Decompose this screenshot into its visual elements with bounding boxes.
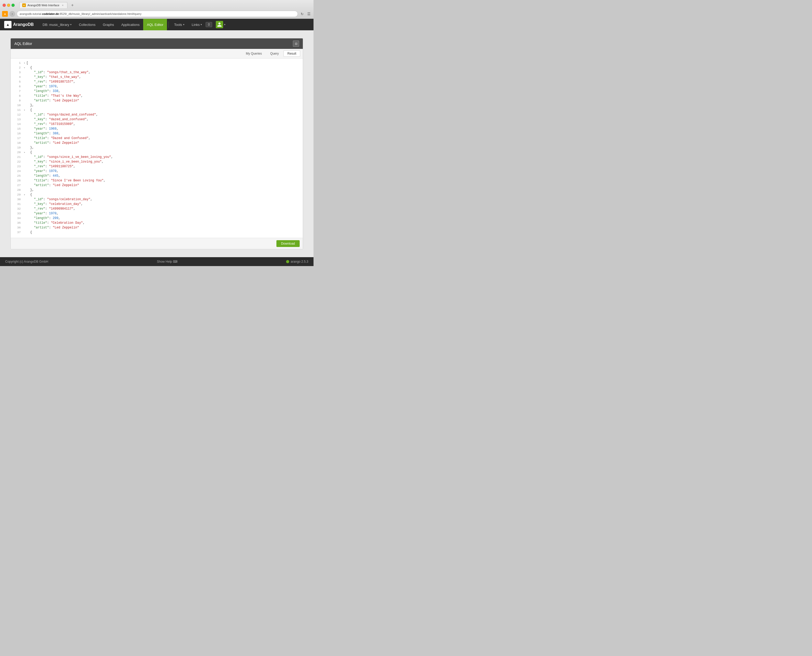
code-line: 16 "length": 388,	[11, 132, 303, 136]
fold-arrow[interactable]: ▾	[24, 109, 26, 111]
line-content: {	[26, 66, 303, 70]
tab-my-queries[interactable]: My Queries	[242, 51, 266, 56]
code-line: 3 "_id": "songs/that_s_the_way",	[11, 71, 303, 75]
nav-item-links[interactable]: Links ▾	[188, 19, 205, 30]
avatar-icon	[216, 21, 223, 28]
address-bar[interactable]: arangodb-tutorial.codelater.de:8529/_db/…	[17, 11, 298, 17]
code-line: 24 "year": 1970,	[11, 169, 303, 174]
nav-badge[interactable]: 0	[205, 22, 212, 27]
line-number: 16	[11, 132, 24, 135]
reload-button[interactable]: ↻	[299, 11, 305, 17]
nav-item-aql-editor[interactable]: AQL Editor	[143, 19, 167, 30]
avatar-arrow: ▾	[224, 23, 225, 26]
address-suffix: :8529/_db/music_library/_admin/aardvark/…	[59, 12, 141, 15]
nav-aql-label: AQL Editor	[147, 23, 163, 27]
line-number: 37	[11, 231, 24, 234]
code-line: 4 "_key": "that_s_the_way",	[11, 75, 303, 80]
nav-applications-label: Applications	[121, 23, 139, 27]
code-line: 37 {	[11, 231, 303, 235]
line-content: "_id": "songs/dazed_and_confused",	[26, 113, 303, 116]
fold-arrow[interactable]: ▾	[24, 67, 26, 69]
line-number: 23	[11, 165, 24, 168]
code-line: 32 "_rev": "14990904117",	[11, 207, 303, 212]
nav-item-tools[interactable]: Tools ▾	[170, 19, 188, 30]
line-content: "length": 209,	[26, 217, 303, 220]
tab-result[interactable]: Result	[284, 50, 300, 57]
browser-addressbar: a ‹ arangodb-tutorial.codelater.de:8529/…	[0, 10, 313, 19]
panel-toggle-button[interactable]: ⊡	[293, 40, 299, 47]
code-line: 14 "_rev": "16731015989",	[11, 122, 303, 127]
nav-items: DB: music_library ▾ Collections Graphs A…	[39, 19, 309, 30]
tab-close-button[interactable]: ×	[61, 3, 65, 7]
line-number: 33	[11, 212, 24, 215]
nav-item-db[interactable]: DB: music_library ▾	[39, 19, 75, 30]
tab-favicon: A	[22, 3, 26, 7]
line-number: 18	[11, 141, 24, 144]
fold-arrow[interactable]: ▾	[24, 62, 26, 65]
line-content: "_rev": "14990904117",	[26, 207, 303, 210]
line-number: 28	[11, 189, 24, 192]
address-domain: codelater.de	[42, 12, 59, 15]
aql-panel-title: AQL Editor	[14, 42, 32, 46]
amazon-button[interactable]: a	[2, 11, 8, 17]
code-line: 27 "artist": "Led Zeppelin"	[11, 184, 303, 188]
version-status-dot	[286, 260, 289, 263]
line-number: 29	[11, 193, 24, 196]
code-line: 15 "year": 1969,	[11, 127, 303, 132]
line-number: 9	[11, 99, 24, 102]
line-content: {	[26, 193, 303, 196]
line-number: 30	[11, 198, 24, 201]
footer: Copyright (c) ArangoDB GmbH Show Help ⌨ …	[0, 257, 313, 266]
line-content: "_rev": "16731015989",	[26, 122, 303, 126]
minimize-button[interactable]	[7, 4, 10, 7]
code-line: 26 "title": "Since I've Been Loving You"…	[11, 179, 303, 184]
line-number: 12	[11, 113, 24, 116]
back-button[interactable]: ‹	[9, 11, 15, 17]
new-tab-button[interactable]: +	[69, 2, 75, 8]
line-number: 4	[11, 76, 24, 79]
code-line: 17 "title": "Dazed and Confused",	[11, 136, 303, 141]
fold-arrow[interactable]: ▾	[24, 193, 26, 196]
menu-button[interactable]: ☰	[306, 11, 312, 17]
nav-db-label: DB: music_library	[43, 23, 69, 27]
code-line: 29 ▾ {	[11, 193, 303, 198]
download-button[interactable]: Download	[276, 240, 299, 247]
line-content: },	[26, 146, 303, 150]
code-line: 11 ▾ {	[11, 108, 303, 113]
code-line: 21 "_id": "songs/since_i_ve_been_loving_…	[11, 155, 303, 160]
nav-db-arrow: ▾	[70, 23, 72, 26]
maximize-button[interactable]	[11, 4, 15, 7]
code-line: 33 "year": 1970,	[11, 212, 303, 217]
bottom-bar: Download	[11, 238, 303, 249]
line-number: 6	[11, 85, 24, 88]
tab-query[interactable]: Query	[267, 51, 283, 56]
fold-arrow[interactable]: ▾	[24, 151, 26, 154]
code-line: 12 "_id": "songs/dazed_and_confused",	[11, 113, 303, 118]
nav-avatar[interactable]: ▾	[212, 19, 229, 30]
code-line: 34 "length": 209,	[11, 217, 303, 221]
line-content: "title": "Since I've Been Loving You",	[26, 179, 303, 183]
logo-text: ArangoDB	[13, 22, 34, 27]
code-line: 6 "year": 1970,	[11, 85, 303, 90]
line-number: 15	[11, 127, 24, 130]
line-number: 31	[11, 203, 24, 206]
line-content: "_id": "songs/that_s_the_way",	[26, 71, 303, 74]
nav-item-collections[interactable]: Collections	[75, 19, 99, 30]
nav-item-applications[interactable]: Applications	[117, 19, 143, 30]
footer-help[interactable]: Show Help ⌨	[157, 260, 177, 263]
browser-chrome: A ArangoDB Web Interface × + a ‹ arangod…	[0, 0, 313, 19]
line-content: "artist": "Led Zeppelin"	[26, 141, 303, 145]
main-content: AQL Editor ⊡ My Queries Query Result 1 ▾…	[0, 30, 313, 257]
nav-links-arrow: ▾	[201, 23, 202, 26]
line-content: "_rev": "14991887157",	[26, 80, 303, 84]
nav-item-graphs[interactable]: Graphs	[99, 19, 118, 30]
browser-tab[interactable]: A ArangoDB Web Interface ×	[19, 2, 67, 8]
code-line: 18 "artist": "Led Zeppelin"	[11, 141, 303, 146]
code-line: 9 "artist": "Led Zeppelin"	[11, 99, 303, 104]
close-button[interactable]	[3, 4, 6, 7]
code-line: 31 "_key": "celebration_day",	[11, 202, 303, 207]
line-number: 19	[11, 146, 24, 149]
line-number: 2	[11, 66, 24, 69]
line-content: "_id": "songs/since_i_ve_been_loving_you…	[26, 155, 303, 159]
aql-tabs: My Queries Query Result	[11, 49, 303, 59]
